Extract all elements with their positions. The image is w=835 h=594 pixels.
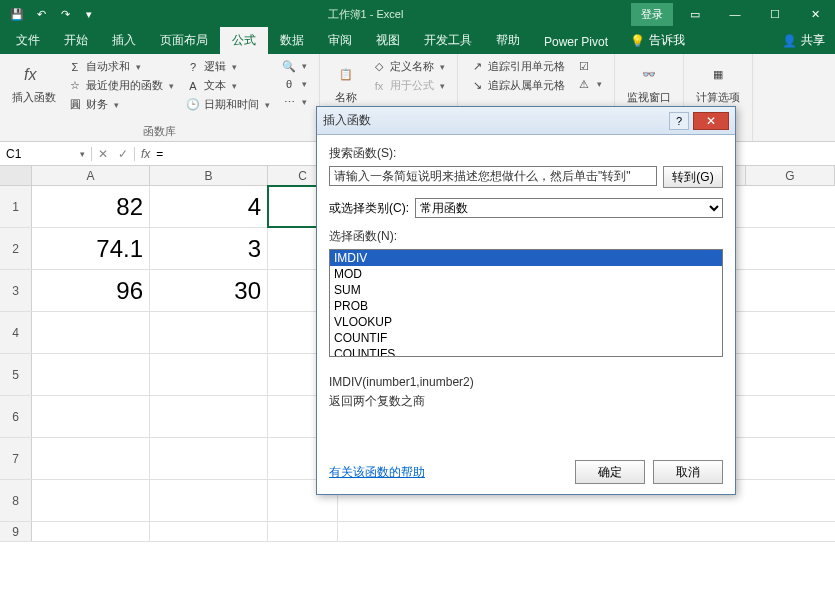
cell-B6[interactable] bbox=[150, 396, 268, 437]
cell-A3[interactable]: 96 bbox=[32, 270, 150, 311]
cell-A2[interactable]: 74.1 bbox=[32, 228, 150, 269]
minimize-icon[interactable]: — bbox=[715, 0, 755, 28]
cell-B7[interactable] bbox=[150, 438, 268, 479]
function-item-imdiv[interactable]: IMDIV bbox=[330, 250, 722, 266]
cell-A4[interactable] bbox=[32, 312, 150, 353]
cancel-button[interactable]: 取消 bbox=[653, 460, 723, 484]
go-button[interactable]: 转到(G) bbox=[663, 166, 723, 188]
category-select[interactable]: 常用函数 bbox=[415, 198, 723, 218]
cell-B4[interactable] bbox=[150, 312, 268, 353]
login-button[interactable]: 登录 bbox=[631, 3, 673, 26]
cell-B2[interactable]: 3 bbox=[150, 228, 268, 269]
math-icon: θ bbox=[282, 77, 296, 91]
cell-B5[interactable] bbox=[150, 354, 268, 395]
name-manager-label: 名称 bbox=[335, 90, 357, 105]
chevron-down-icon: ▾ bbox=[169, 81, 174, 91]
save-icon[interactable]: 💾 bbox=[6, 3, 28, 25]
redo-icon[interactable]: ↷ bbox=[54, 3, 76, 25]
function-list[interactable]: IMDIV MOD SUM PROB VLOOKUP COUNTIF COUNT… bbox=[329, 249, 723, 357]
maximize-icon[interactable]: ☐ bbox=[755, 0, 795, 28]
row-header-8[interactable]: 8 bbox=[0, 480, 32, 521]
cell-A8[interactable] bbox=[32, 480, 150, 521]
recent-functions-button[interactable]: ☆最近使用的函数▾ bbox=[66, 77, 176, 94]
name-box[interactable]: C1▾ bbox=[0, 147, 92, 161]
function-item-mod[interactable]: MOD bbox=[330, 266, 722, 282]
lookup-button[interactable]: 🔍▾ bbox=[280, 58, 309, 74]
function-item-countif[interactable]: COUNTIF bbox=[330, 330, 722, 346]
undo-icon[interactable]: ↶ bbox=[30, 3, 52, 25]
row-header-1[interactable]: 1 bbox=[0, 186, 32, 227]
ribbon-display-icon[interactable]: ▭ bbox=[675, 0, 715, 28]
cell-A6[interactable] bbox=[32, 396, 150, 437]
function-item-countifs[interactable]: COUNTIFS bbox=[330, 346, 722, 357]
function-item-sum[interactable]: SUM bbox=[330, 282, 722, 298]
help-link[interactable]: 有关该函数的帮助 bbox=[329, 464, 425, 481]
tab-insert[interactable]: 插入 bbox=[100, 27, 148, 54]
tab-review[interactable]: 审阅 bbox=[316, 27, 364, 54]
ok-button[interactable]: 确定 bbox=[575, 460, 645, 484]
qat-customize-icon[interactable]: ▾ bbox=[78, 3, 100, 25]
show-formulas-button[interactable]: ☑ bbox=[575, 58, 604, 74]
cell-A9[interactable] bbox=[32, 522, 150, 541]
tab-layout[interactable]: 页面布局 bbox=[148, 27, 220, 54]
col-header-G[interactable]: G bbox=[745, 166, 835, 185]
function-item-prob[interactable]: PROB bbox=[330, 298, 722, 314]
trace-dependents-button[interactable]: ↘追踪从属单元格 bbox=[468, 77, 567, 94]
table-row: 9 bbox=[0, 522, 835, 542]
dialog-help-icon[interactable]: ? bbox=[669, 112, 689, 130]
cell-B9[interactable] bbox=[150, 522, 268, 541]
fx-icon[interactable]: fx bbox=[141, 147, 150, 161]
tab-help[interactable]: 帮助 bbox=[484, 27, 532, 54]
insert-function-button[interactable]: fx 插入函数 bbox=[6, 58, 62, 122]
tab-home[interactable]: 开始 bbox=[52, 27, 100, 54]
col-header-A[interactable]: A bbox=[32, 166, 150, 185]
datetime-label: 日期和时间 bbox=[204, 97, 259, 112]
function-signature: IMDIV(inumber1,inumber2) bbox=[329, 375, 723, 389]
chevron-down-icon[interactable]: ▾ bbox=[80, 149, 85, 159]
function-item-vlookup[interactable]: VLOOKUP bbox=[330, 314, 722, 330]
autosum-button[interactable]: Σ自动求和▾ bbox=[66, 58, 176, 75]
window-title: 工作簿1 - Excel bbox=[100, 7, 631, 22]
tab-file[interactable]: 文件 bbox=[4, 27, 52, 54]
row-header-5[interactable]: 5 bbox=[0, 354, 32, 395]
row-header-6[interactable]: 6 bbox=[0, 396, 32, 437]
share-label: 共享 bbox=[801, 32, 825, 49]
text-button[interactable]: A文本▾ bbox=[184, 77, 272, 94]
close-icon[interactable]: ✕ bbox=[795, 0, 835, 28]
cell-A5[interactable] bbox=[32, 354, 150, 395]
cell-A1[interactable]: 82 bbox=[32, 186, 150, 227]
row-header-2[interactable]: 2 bbox=[0, 228, 32, 269]
search-input[interactable] bbox=[329, 166, 657, 186]
col-header-B[interactable]: B bbox=[150, 166, 268, 185]
tab-formulas[interactable]: 公式 bbox=[220, 27, 268, 54]
logical-button[interactable]: ?逻辑▾ bbox=[184, 58, 272, 75]
more-functions-button[interactable]: ⋯▾ bbox=[280, 94, 309, 110]
cell-B3[interactable]: 30 bbox=[150, 270, 268, 311]
row-header-3[interactable]: 3 bbox=[0, 270, 32, 311]
tab-data[interactable]: 数据 bbox=[268, 27, 316, 54]
select-all-corner[interactable] bbox=[0, 166, 32, 185]
define-name-button[interactable]: ◇定义名称▾ bbox=[370, 58, 447, 75]
tell-me[interactable]: 💡 告诉我 bbox=[620, 27, 695, 54]
error-checking-button[interactable]: ⚠▾ bbox=[575, 76, 604, 92]
tab-dev[interactable]: 开发工具 bbox=[412, 27, 484, 54]
financial-button[interactable]: 圓财务▾ bbox=[66, 96, 176, 113]
datetime-button[interactable]: 🕒日期和时间▾ bbox=[184, 96, 272, 113]
dialog-close-icon[interactable]: ✕ bbox=[693, 112, 729, 130]
row-header-7[interactable]: 7 bbox=[0, 438, 32, 479]
tab-powerpivot[interactable]: Power Pivot bbox=[532, 30, 620, 54]
math-button[interactable]: θ▾ bbox=[280, 76, 309, 92]
cancel-formula-icon[interactable]: ✕ bbox=[98, 147, 108, 161]
row-header-4[interactable]: 4 bbox=[0, 312, 32, 353]
tab-view[interactable]: 视图 bbox=[364, 27, 412, 54]
cell-B1[interactable]: 4 bbox=[150, 186, 268, 227]
trace-precedents-button[interactable]: ↗追踪引用单元格 bbox=[468, 58, 567, 75]
cell-B8[interactable] bbox=[150, 480, 268, 521]
cell-A7[interactable] bbox=[32, 438, 150, 479]
share-button[interactable]: 👤 共享 bbox=[772, 27, 835, 54]
row-header-9[interactable]: 9 bbox=[0, 522, 32, 541]
dialog-titlebar[interactable]: 插入函数 ? ✕ bbox=[317, 107, 735, 135]
trace-dep-label: 追踪从属单元格 bbox=[488, 78, 565, 93]
enter-formula-icon[interactable]: ✓ bbox=[118, 147, 128, 161]
cell-C9[interactable] bbox=[268, 522, 338, 541]
